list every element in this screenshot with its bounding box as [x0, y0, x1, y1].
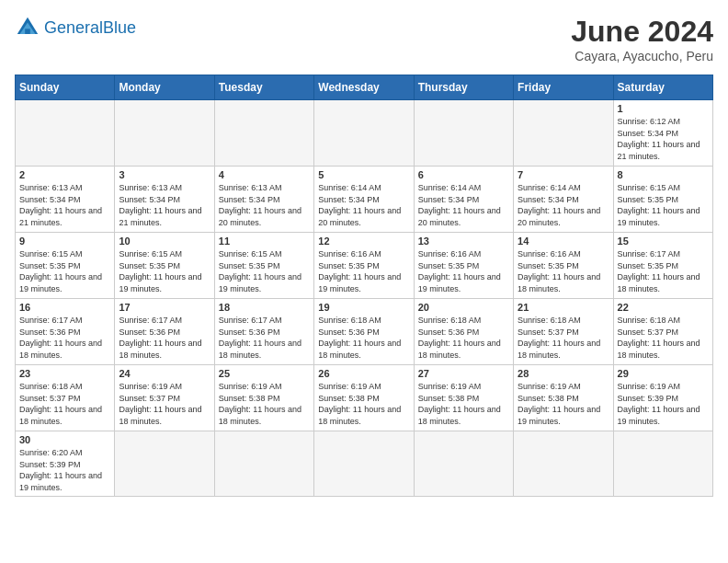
day-number: 6 — [418, 169, 509, 180]
day-info: Sunrise: 6:19 AM Sunset: 5:38 PM Dayligh… — [418, 381, 509, 427]
day-cell-6: 6Sunrise: 6:14 AM Sunset: 5:34 PM Daylig… — [414, 167, 513, 233]
day-info: Sunrise: 6:17 AM Sunset: 5:36 PM Dayligh… — [219, 315, 310, 361]
day-number: 4 — [219, 169, 310, 180]
day-cell-11: 11Sunrise: 6:15 AM Sunset: 5:35 PM Dayli… — [214, 233, 313, 299]
day-number: 8 — [618, 169, 709, 180]
week-row-4: 23Sunrise: 6:18 AM Sunset: 5:37 PM Dayli… — [16, 365, 713, 431]
day-info: Sunrise: 6:14 AM Sunset: 5:34 PM Dayligh… — [418, 182, 509, 228]
day-cell-empty-5-1 — [115, 431, 214, 497]
week-row-1: 2Sunrise: 6:13 AM Sunset: 5:34 PM Daylig… — [16, 167, 713, 233]
day-number: 30 — [19, 434, 110, 445]
day-cell-5: 5Sunrise: 6:14 AM Sunset: 5:34 PM Daylig… — [314, 167, 414, 233]
day-number: 15 — [618, 236, 709, 247]
day-cell-24: 24Sunrise: 6:19 AM Sunset: 5:37 PM Dayli… — [115, 365, 214, 431]
day-cell-27: 27Sunrise: 6:19 AM Sunset: 5:38 PM Dayli… — [414, 365, 513, 431]
logo-text: GeneralBlue — [44, 18, 136, 38]
day-info: Sunrise: 6:18 AM Sunset: 5:37 PM Dayligh… — [19, 381, 110, 427]
week-row-3: 16Sunrise: 6:17 AM Sunset: 5:36 PM Dayli… — [16, 299, 713, 365]
weekday-header-wednesday: Wednesday — [314, 75, 414, 100]
day-cell-10: 10Sunrise: 6:15 AM Sunset: 5:35 PM Dayli… — [115, 233, 214, 299]
day-number: 3 — [119, 169, 210, 180]
day-info: Sunrise: 6:19 AM Sunset: 5:38 PM Dayligh… — [219, 381, 310, 427]
day-number: 24 — [119, 368, 210, 379]
header: GeneralBlue June 2024 Cayara, Ayacucho, … — [15, 15, 713, 63]
day-number: 1 — [618, 103, 709, 114]
day-info: Sunrise: 6:13 AM Sunset: 5:34 PM Dayligh… — [119, 182, 210, 228]
day-number: 11 — [219, 236, 310, 247]
day-info: Sunrise: 6:15 AM Sunset: 5:35 PM Dayligh… — [19, 248, 110, 294]
week-row-5: 30Sunrise: 6:20 AM Sunset: 5:39 PM Dayli… — [16, 431, 713, 497]
day-cell-empty-5-3 — [314, 431, 414, 497]
day-number: 27 — [418, 368, 509, 379]
svg-rect-2 — [25, 29, 30, 34]
day-cell-empty-0-3 — [314, 100, 414, 167]
day-cell-15: 15Sunrise: 6:17 AM Sunset: 5:35 PM Dayli… — [613, 233, 712, 299]
day-info: Sunrise: 6:15 AM Sunset: 5:35 PM Dayligh… — [119, 248, 210, 294]
day-cell-20: 20Sunrise: 6:18 AM Sunset: 5:36 PM Dayli… — [414, 299, 513, 365]
day-cell-7: 7Sunrise: 6:14 AM Sunset: 5:34 PM Daylig… — [514, 167, 613, 233]
day-info: Sunrise: 6:18 AM Sunset: 5:36 PM Dayligh… — [318, 315, 409, 361]
day-number: 17 — [119, 302, 210, 313]
day-cell-empty-0-4 — [414, 100, 513, 167]
title-block: June 2024 Cayara, Ayacucho, Peru — [571, 15, 713, 63]
day-number: 26 — [318, 368, 409, 379]
day-number: 10 — [119, 236, 210, 247]
weekday-header-tuesday: Tuesday — [214, 75, 313, 100]
day-info: Sunrise: 6:17 AM Sunset: 5:35 PM Dayligh… — [618, 248, 709, 294]
day-info: Sunrise: 6:17 AM Sunset: 5:36 PM Dayligh… — [19, 315, 110, 361]
day-cell-3: 3Sunrise: 6:13 AM Sunset: 5:34 PM Daylig… — [115, 167, 214, 233]
day-cell-12: 12Sunrise: 6:16 AM Sunset: 5:35 PM Dayli… — [314, 233, 414, 299]
day-number: 25 — [219, 368, 310, 379]
day-cell-empty-0-1 — [115, 100, 214, 167]
day-cell-empty-0-2 — [214, 100, 313, 167]
day-number: 14 — [518, 236, 609, 247]
day-number: 7 — [518, 169, 609, 180]
day-info: Sunrise: 6:16 AM Sunset: 5:35 PM Dayligh… — [318, 248, 409, 294]
logo-icon — [15, 15, 40, 40]
day-cell-empty-0-5 — [514, 100, 613, 167]
day-info: Sunrise: 6:19 AM Sunset: 5:38 PM Dayligh… — [518, 381, 609, 427]
week-row-0: 1Sunrise: 6:12 AM Sunset: 5:34 PM Daylig… — [16, 100, 713, 167]
logo-general: General — [44, 18, 103, 37]
day-number: 29 — [618, 368, 709, 379]
day-cell-13: 13Sunrise: 6:16 AM Sunset: 5:35 PM Dayli… — [414, 233, 513, 299]
day-info: Sunrise: 6:13 AM Sunset: 5:34 PM Dayligh… — [19, 182, 110, 228]
day-info: Sunrise: 6:19 AM Sunset: 5:37 PM Dayligh… — [119, 381, 210, 427]
weekday-header-thursday: Thursday — [414, 75, 513, 100]
day-number: 18 — [219, 302, 310, 313]
logo: GeneralBlue — [15, 15, 136, 40]
day-info: Sunrise: 6:18 AM Sunset: 5:36 PM Dayligh… — [418, 315, 509, 361]
day-number: 12 — [318, 236, 409, 247]
day-cell-8: 8Sunrise: 6:15 AM Sunset: 5:35 PM Daylig… — [613, 167, 712, 233]
calendar: SundayMondayTuesdayWednesdayThursdayFrid… — [15, 75, 713, 497]
day-info: Sunrise: 6:15 AM Sunset: 5:35 PM Dayligh… — [618, 182, 709, 228]
day-cell-28: 28Sunrise: 6:19 AM Sunset: 5:38 PM Dayli… — [514, 365, 613, 431]
weekday-header-row: SundayMondayTuesdayWednesdayThursdayFrid… — [16, 75, 713, 100]
day-cell-29: 29Sunrise: 6:19 AM Sunset: 5:39 PM Dayli… — [613, 365, 712, 431]
weekday-header-monday: Monday — [115, 75, 214, 100]
day-cell-23: 23Sunrise: 6:18 AM Sunset: 5:37 PM Dayli… — [16, 365, 115, 431]
day-info: Sunrise: 6:17 AM Sunset: 5:36 PM Dayligh… — [119, 315, 210, 361]
day-cell-4: 4Sunrise: 6:13 AM Sunset: 5:34 PM Daylig… — [214, 167, 313, 233]
day-info: Sunrise: 6:14 AM Sunset: 5:34 PM Dayligh… — [518, 182, 609, 228]
day-number: 16 — [19, 302, 110, 313]
day-number: 20 — [418, 302, 509, 313]
day-cell-22: 22Sunrise: 6:18 AM Sunset: 5:37 PM Dayli… — [613, 299, 712, 365]
weekday-header-friday: Friday — [514, 75, 613, 100]
day-info: Sunrise: 6:20 AM Sunset: 5:39 PM Dayligh… — [19, 447, 110, 493]
day-cell-2: 2Sunrise: 6:13 AM Sunset: 5:34 PM Daylig… — [16, 167, 115, 233]
day-number: 5 — [318, 169, 409, 180]
day-cell-30: 30Sunrise: 6:20 AM Sunset: 5:39 PM Dayli… — [16, 431, 115, 497]
week-row-2: 9Sunrise: 6:15 AM Sunset: 5:35 PM Daylig… — [16, 233, 713, 299]
day-number: 22 — [618, 302, 709, 313]
day-info: Sunrise: 6:16 AM Sunset: 5:35 PM Dayligh… — [418, 248, 509, 294]
location: Cayara, Ayacucho, Peru — [571, 49, 713, 63]
day-cell-empty-0-0 — [16, 100, 115, 167]
weekday-header-sunday: Sunday — [16, 75, 115, 100]
day-cell-21: 21Sunrise: 6:18 AM Sunset: 5:37 PM Dayli… — [514, 299, 613, 365]
day-number: 21 — [518, 302, 609, 313]
day-number: 13 — [418, 236, 509, 247]
page: GeneralBlue June 2024 Cayara, Ayacucho, … — [0, 0, 728, 511]
day-number: 2 — [19, 169, 110, 180]
day-info: Sunrise: 6:12 AM Sunset: 5:34 PM Dayligh… — [618, 116, 709, 162]
